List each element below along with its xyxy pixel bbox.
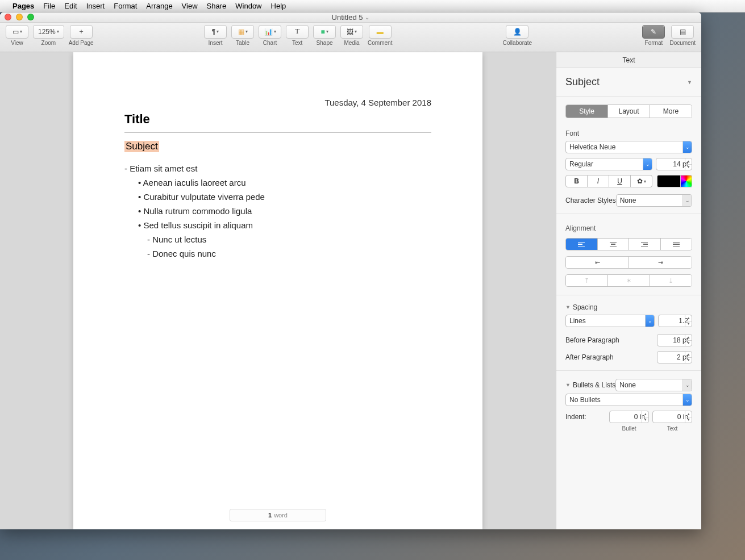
- bullets-lists-style-select[interactable]: None ⌄: [615, 379, 692, 391]
- character-styles-label: Character Styles: [565, 197, 616, 204]
- list-item[interactable]: Donec quis nunc: [147, 249, 431, 258]
- minimize-button[interactable]: [16, 14, 23, 20]
- indent-buttons: ⇤ ⇥: [565, 256, 692, 269]
- format-icon: ✎: [651, 28, 656, 36]
- align-right-button[interactable]: [629, 239, 660, 250]
- shape-button[interactable]: ■▾: [313, 25, 336, 39]
- collaborate-icon: 👤: [513, 28, 522, 36]
- menu-share[interactable]: Share: [207, 2, 227, 10]
- tab-more[interactable]: More: [650, 105, 692, 118]
- document-list[interactable]: Etiam sit amet est Aenean iaculis laoree…: [124, 164, 431, 258]
- vertical-alignment: ⤒ ✶ ⤓: [565, 274, 692, 287]
- align-justify-button[interactable]: [660, 239, 692, 250]
- document-title[interactable]: Title: [124, 112, 431, 127]
- format-button[interactable]: ✎: [642, 25, 665, 39]
- media-button[interactable]: 🖼▾: [340, 25, 363, 39]
- italic-button[interactable]: I: [588, 175, 609, 187]
- title-rule: [124, 132, 431, 133]
- window-title[interactable]: Untitled 5 ⌄: [332, 13, 370, 22]
- align-left-button[interactable]: [566, 239, 597, 250]
- paragraph-style-select[interactable]: Subject ▼: [556, 68, 701, 97]
- color-wheel-button[interactable]: [681, 175, 692, 187]
- menu-arrange[interactable]: Arrange: [146, 2, 172, 10]
- table-label: Table: [236, 40, 249, 46]
- bold-button[interactable]: B: [565, 175, 588, 187]
- menu-view[interactable]: View: [182, 2, 198, 10]
- character-styles-select[interactable]: None ⌄: [616, 194, 692, 207]
- list-item[interactable]: Sed tellus suscipit in aliquam: [138, 220, 431, 230]
- menu-format[interactable]: Format: [114, 2, 137, 10]
- list-item[interactable]: Nulla rutrum commodo ligula: [138, 206, 431, 216]
- text-color-swatch[interactable]: [657, 175, 681, 187]
- table-button[interactable]: ▦▾: [231, 25, 254, 39]
- document-canvas[interactable]: Tuesday, 4 September 2018 Title Subject …: [0, 52, 556, 529]
- bullets-lists-style-value: None: [619, 381, 636, 389]
- inspector-panel: Text Subject ▼ Style Layout More Font He…: [556, 52, 701, 529]
- after-paragraph-stepper[interactable]: 2 pt ▴▾: [657, 351, 692, 363]
- font-family-select[interactable]: Helvetica Neue ⌄: [565, 141, 692, 153]
- list-item[interactable]: Curabitur vulputate viverra pede: [138, 192, 431, 202]
- underline-button[interactable]: U: [609, 175, 631, 187]
- insert-button[interactable]: ¶▾: [204, 25, 227, 39]
- zoom-select[interactable]: 125%▾: [33, 25, 64, 39]
- align-top-button[interactable]: ⤒: [566, 275, 607, 286]
- list-item[interactable]: Aenean iaculis laoreet arcu: [138, 178, 431, 187]
- paragraph-style-name: Subject: [565, 76, 600, 88]
- character-styles-value: None: [620, 197, 636, 204]
- shape-label: Shape: [317, 40, 333, 46]
- list-item[interactable]: Nunc ut lectus: [147, 235, 431, 244]
- comment-button[interactable]: ▬: [369, 25, 392, 39]
- indent-bullet-stepper[interactable]: 0 in ▴▾: [609, 411, 649, 423]
- spacing-mode-value: Lines: [569, 317, 586, 325]
- decrease-indent-button[interactable]: ⇤: [566, 257, 629, 268]
- view-button[interactable]: ▭▾: [6, 25, 28, 39]
- align-center-button[interactable]: [597, 239, 629, 250]
- align-bottom-button[interactable]: ⤓: [650, 275, 692, 286]
- document-button[interactable]: ▤: [671, 25, 694, 39]
- indent-text-stepper[interactable]: 0 in ▴▾: [652, 411, 692, 423]
- text-options-button[interactable]: ✿▾: [631, 175, 652, 187]
- bullets-lists-label: Bullets & Lists: [573, 381, 615, 389]
- spacing-label: Spacing: [573, 303, 597, 311]
- maximize-button[interactable]: [27, 14, 34, 20]
- page[interactable]: Tuesday, 4 September 2018 Title Subject …: [73, 52, 482, 529]
- comment-label: Comment: [368, 40, 392, 46]
- tab-style[interactable]: Style: [566, 105, 607, 118]
- menu-window[interactable]: Window: [235, 2, 261, 10]
- before-paragraph-label: Before Paragraph: [565, 336, 619, 344]
- menu-help[interactable]: Help: [271, 2, 286, 10]
- view-label: View: [11, 40, 23, 46]
- document-label: Document: [669, 40, 696, 46]
- app-menu[interactable]: Pages: [13, 2, 34, 10]
- menu-file[interactable]: File: [43, 2, 55, 10]
- chevron-down-icon: ▼: [687, 80, 692, 85]
- menu-edit[interactable]: Edit: [64, 2, 77, 10]
- media-icon: 🖼: [347, 28, 353, 36]
- list-item[interactable]: Etiam sit amet est: [124, 164, 431, 173]
- menu-insert[interactable]: Insert: [86, 2, 105, 10]
- spacing-mode-select[interactable]: Lines ⌄: [565, 315, 655, 327]
- insert-label: Insert: [209, 40, 223, 46]
- window-titlebar: Untitled 5 ⌄: [0, 12, 701, 23]
- tab-layout[interactable]: Layout: [607, 105, 650, 118]
- align-middle-button[interactable]: ✶: [607, 275, 650, 286]
- increase-indent-button[interactable]: ⇥: [629, 257, 692, 268]
- font-style-select[interactable]: Regular ⌄: [565, 158, 652, 170]
- spacing-value-stepper[interactable]: 1.2 ▴▾: [658, 315, 692, 327]
- text-button[interactable]: T: [286, 25, 309, 39]
- after-paragraph-label: After Paragraph: [565, 353, 614, 361]
- bullets-type-select[interactable]: No Bullets ⌄: [565, 394, 692, 406]
- spacing-section[interactable]: ▼Spacing: [556, 300, 701, 315]
- collaborate-button[interactable]: 👤: [506, 25, 528, 39]
- close-button[interactable]: [5, 14, 11, 20]
- add-page-button[interactable]: ＋: [70, 25, 93, 39]
- chart-button[interactable]: 📊▾: [259, 25, 281, 39]
- document-subject[interactable]: Subject: [124, 141, 159, 152]
- page-count-footer[interactable]: 1 word: [230, 509, 326, 521]
- zoom-value: 125%: [38, 28, 56, 36]
- document-date[interactable]: Tuesday, 4 September 2018: [124, 98, 431, 107]
- inspector-top-tab[interactable]: Text: [556, 52, 701, 68]
- before-paragraph-stepper[interactable]: 18 pt ▴▾: [657, 334, 692, 346]
- chevron-down-icon: ⌄: [365, 14, 369, 20]
- font-size-stepper[interactable]: 14 pt ▴▾: [656, 158, 692, 170]
